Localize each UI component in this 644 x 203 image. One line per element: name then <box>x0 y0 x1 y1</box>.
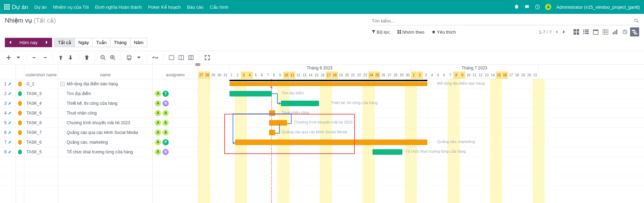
code-cell[interactable]: TASK_9 <box>24 108 58 118</box>
scale-month-button[interactable]: Tháng <box>110 38 131 47</box>
prev-button[interactable] <box>5 38 16 47</box>
nav-item-config[interactable]: Cấu hình <box>210 5 228 10</box>
zoom-in-icon[interactable] <box>109 54 117 61</box>
gantt-bar[interactable] <box>373 149 402 155</box>
search-input[interactable] <box>372 18 634 24</box>
delete-icon[interactable] <box>83 54 91 61</box>
dropdown-icon[interactable] <box>15 54 22 61</box>
edit-icon[interactable] <box>8 82 11 86</box>
zoom-out-icon[interactable] <box>99 54 107 61</box>
scale-all-button[interactable]: Tất cả <box>54 38 75 47</box>
assignees-cell[interactable]: AN <box>153 99 198 108</box>
layout-2-icon[interactable] <box>177 54 185 61</box>
pager-next-icon[interactable] <box>562 30 566 34</box>
view-kanban[interactable] <box>572 27 581 36</box>
assignees-cell[interactable]: AA <box>153 108 198 118</box>
edit-icon[interactable] <box>8 150 11 154</box>
view-activity[interactable] <box>620 27 629 36</box>
name-cell[interactable]: Tổ chức khai trương từng cửa hàng <box>58 147 152 157</box>
gantt-bar[interactable] <box>269 120 287 126</box>
row-index[interactable]: 1 <box>0 79 16 89</box>
favorite-button[interactable]: Yêu thích <box>432 29 456 35</box>
code-cell[interactable]: TASK_4 <box>24 99 58 108</box>
bug-icon[interactable] <box>514 4 519 10</box>
app-switcher[interactable]: Dự án <box>4 3 28 11</box>
name-cell[interactable]: Thiết kế, thi công cửa hàng <box>58 99 152 108</box>
add-button[interactable] <box>5 54 12 61</box>
name-cell[interactable]: Quảng cáo qua các kênh Social Media <box>58 128 152 137</box>
scale-week-button[interactable]: Tuần <box>92 38 110 47</box>
gantt-timeline[interactable]: Tháng 6 2023 Tháng 7 2023 27282930311234… <box>198 65 644 203</box>
edit-icon[interactable] <box>8 102 11 105</box>
assignees-cell[interactable]: AN <box>153 147 198 157</box>
gantt-bar[interactable] <box>269 110 275 116</box>
row-index[interactable]: 5 <box>0 118 16 128</box>
assignees-cell[interactable]: AT <box>153 89 198 99</box>
layout-3-icon[interactable] <box>187 54 195 61</box>
gantt-bar[interactable] <box>269 130 275 135</box>
search-icon[interactable] <box>634 18 639 24</box>
print-icon[interactable] <box>125 54 133 61</box>
view-list[interactable] <box>582 27 591 36</box>
row-index[interactable]: 2 <box>0 89 16 99</box>
scale-year-button[interactable]: Năm <box>130 38 147 47</box>
nav-item-dod[interactable]: Định nghĩa Hoàn thành <box>95 5 142 10</box>
view-pivot[interactable] <box>601 27 610 36</box>
nav-item-mytasks[interactable]: Nhiệm vụ của Tôi <box>53 5 89 10</box>
row-index[interactable]: 7 <box>0 137 16 147</box>
row-index[interactable]: 8 <box>0 147 16 157</box>
link-icon[interactable] <box>151 54 159 61</box>
row-index[interactable]: 4 <box>0 108 16 118</box>
code-cell[interactable]: TASK_8 <box>24 118 58 128</box>
name-cell[interactable]: −Mở rộng địa điểm bán hàng <box>58 79 152 89</box>
pager-prev-icon[interactable] <box>555 30 559 34</box>
nav-item-reports[interactable]: Báo cáo <box>187 5 204 10</box>
groupby-button[interactable]: Nhóm theo <box>398 29 425 35</box>
scale-day-button[interactable]: Ngày <box>75 38 93 47</box>
gantt-bar[interactable] <box>229 82 427 86</box>
name-cell[interactable]: Tìm địa điểm <box>58 89 152 99</box>
search-box[interactable] <box>372 17 639 25</box>
name-cell[interactable]: Chương trình khuyến mãi hè 2023 <box>58 118 152 128</box>
view-graph[interactable] <box>611 27 620 36</box>
view-calendar[interactable] <box>591 27 600 36</box>
edit-icon[interactable] <box>8 111 11 115</box>
unlink-right-icon[interactable] <box>41 54 48 61</box>
avatar[interactable]: A <box>545 4 551 10</box>
edit-icon[interactable] <box>8 131 11 134</box>
chat-icon[interactable] <box>524 4 530 10</box>
gantt-bar[interactable] <box>281 101 319 106</box>
assignees-cell[interactable]: AA <box>153 128 198 137</box>
code-cell[interactable]: TASK_5 <box>24 147 58 157</box>
gantt-bar[interactable] <box>229 91 272 96</box>
code-cell[interactable]: TASK_3 <box>24 89 58 99</box>
unlink-left-icon[interactable] <box>31 54 39 61</box>
edit-icon[interactable] <box>8 92 11 95</box>
name-cell[interactable]: Quảng cáo, marketing <box>58 137 152 147</box>
move-down-icon[interactable] <box>67 54 74 61</box>
edit-icon[interactable] <box>8 121 11 125</box>
assignees-cell[interactable]: AP <box>153 137 198 147</box>
code-cell[interactable]: TASK_7 <box>24 128 58 137</box>
user-label[interactable]: Administrator (v15_viindoo_project_gantt… <box>556 5 640 10</box>
nav-item-project[interactable]: Dự án <box>34 5 47 10</box>
view-gantt[interactable] <box>630 27 639 36</box>
clock-icon[interactable] <box>535 4 540 10</box>
fullscreen-icon[interactable] <box>203 54 211 61</box>
next-button[interactable] <box>41 38 52 47</box>
assignees-cell[interactable]: AA <box>153 118 198 128</box>
summary-bar[interactable] <box>229 80 427 81</box>
timeline-body[interactable]: Mở rộng địa điểm bán hàng 6 Tìm địa điểm… <box>198 79 644 186</box>
move-up-icon[interactable] <box>57 54 65 61</box>
code-cell[interactable]: TASK_6 <box>24 137 58 147</box>
dropdown2-icon[interactable] <box>135 54 143 61</box>
code-cell[interactable]: G_2 <box>24 79 58 89</box>
collapse-icon[interactable]: − <box>60 82 65 86</box>
assignees-cell[interactable] <box>153 79 198 89</box>
gantt-bar[interactable] <box>235 139 427 145</box>
name-cell[interactable]: Thuê nhân công <box>58 108 152 118</box>
row-index[interactable]: 3 <box>0 99 16 108</box>
layout-1-icon[interactable] <box>168 54 175 61</box>
row-index[interactable]: 6 <box>0 128 16 137</box>
nav-item-poker[interactable]: Poker Kế hoạch <box>148 5 181 10</box>
